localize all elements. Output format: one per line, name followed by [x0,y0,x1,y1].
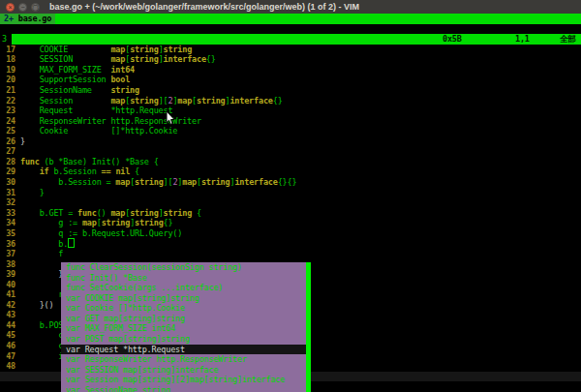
line-number: 45 [0,330,15,341]
code-token: g := [20,218,82,227]
line-number: 44 [0,320,15,331]
code-token: Request *http.Request [20,106,172,115]
completion-item[interactable]: var MAX_FORM_SIZE int64 [61,323,306,334]
line-number: 46 [0,341,15,351]
completion-item[interactable]: var Session map[string][2]map[string]int… [61,375,306,385]
close-button[interactable]: × [6,3,15,12]
line-number: 33 [0,208,15,219]
code-token: Cookie []*http.Cookie [20,126,177,136]
code-line[interactable]: 24 ResponseWriter http.ResponseWriter [0,116,581,127]
minibufexplorer-list: [1:base.go]*[2:page.go] [0,24,581,35]
code-token: i [20,351,63,361]
code-line[interactable]: 36 b. [0,238,581,249]
line-number: 17 [0,45,15,55]
code-token: string [135,177,164,187]
code-line[interactable]: 33 b.GET = func() map[string]string { [0,208,581,219]
code-token [20,166,40,176]
code-token: func [20,157,40,166]
code-token: string [164,45,193,54]
completion-item[interactable]: func ClearSession(sessionSign string) [61,262,306,273]
code-token: SupportSession [20,75,110,84]
popup-scrollbar[interactable] [306,262,311,392]
line-number: 18 [0,54,15,65]
code-line[interactable]: 37 f [0,249,581,259]
code-line[interactable]: 34 g := map[string]string{} [0,218,581,228]
code-token: == [102,166,111,176]
code-token: MAX_FORM_SIZE [20,65,110,75]
tab-window-count: 2+ [4,14,14,23]
minibuf-hex-value: 0x5B [443,34,462,45]
completion-item[interactable]: func SetCookie(args ...interface) [61,283,306,293]
code-token: if [40,166,49,176]
code-line[interactable]: 23 Request *http.Request [0,106,581,116]
code-line[interactable]: 25 Cookie []*http.Cookie [0,126,581,136]
minibuf-statusline-bar: -MiniBufExplorer- [-][none,utf-8,unix] 0… [12,34,581,45]
code-token: map [110,208,125,218]
code-token: f [20,249,63,258]
line-number: 36 [0,239,15,249]
completion-item[interactable]: func Init() *Base [61,273,306,284]
line-number: 38 [0,259,15,270]
code-token: map [110,45,125,54]
code-line[interactable]: 20 SupportSession bool [0,75,581,85]
tab-label[interactable]: 2+ base.go [0,14,55,24]
code-token: interface [234,177,277,187]
completion-item[interactable]: var ResponseWriter http.ResponseWriter [61,354,306,365]
code-line[interactable]: 29 if b.Session == nil { [0,166,581,177]
code-token: string [135,218,164,227]
code-line[interactable]: 27 [0,146,581,157]
completion-item[interactable]: var SessionName string [61,385,306,392]
code-token: string [130,45,159,54]
code-token: {}{} [278,177,297,187]
line-number: 30 [0,177,15,188]
code-token: string [201,177,230,187]
code-line[interactable]: 32 [0,197,581,208]
close-icon: × [8,4,12,11]
line-number: 19 [0,65,15,75]
code-token: func [77,208,97,218]
code-token: string [164,208,193,218]
code-line[interactable]: 22 Session map[string][2]map[string]inte… [0,96,581,106]
code-token: b.POS [20,320,63,330]
code-line[interactable]: 30 b.Session = map[string][2]map[string]… [0,177,581,188]
code-token: b. [20,239,68,249]
vim-terminal: 2+ base.go [1:base.go]*[2:page.go] 3 -Mi… [0,14,581,392]
minibuf-scroll-position: 全部 [560,34,576,45]
completion-item[interactable]: var POST map[string]string [61,334,306,345]
code-line[interactable]: 28func (b *Base) Init() *Base { [0,157,581,167]
code-token: string [110,85,139,95]
code-line[interactable]: 18 SESSION map[string]interface{} [0,54,581,65]
line-number: 34 [0,218,15,228]
code-line[interactable]: 31 } [0,188,581,198]
code-token: SESSION [20,54,110,64]
line-number: 32 [0,197,15,208]
line-number: 27 [0,146,15,157]
code-line[interactable]: 19 MAX_FORM_SIZE int64 [0,65,581,75]
code-line[interactable]: 17 COOKIE map[string]string [0,45,581,55]
code-line[interactable]: 26} [0,136,581,147]
line-number: 40 [0,280,15,290]
completion-popup: func ClearSession(sessionSign string)fun… [61,262,311,392]
completion-item[interactable]: var Cookie []*http.Cookie [61,303,306,314]
maximize-button[interactable]: ▢ [31,3,40,12]
line-number: 20 [0,75,15,85]
minimize-button[interactable]: − [18,3,27,12]
code-token: c [20,330,63,340]
completion-item[interactable]: var COOKIE map[string]string [61,293,306,304]
window-titlebar[interactable]: × − ▢ base.go + (~/work/web/golanger/fra… [0,0,581,15]
line-number: 39 [0,269,15,280]
code-line[interactable]: 35 q := b.Request.URL.Query() [0,228,581,239]
tabline-fill [55,14,581,24]
code-token: nil [115,166,130,176]
completion-item[interactable]: var SESSION map[string]interface [61,365,306,376]
code-token: interface [229,96,272,106]
code-line[interactable]: 21 SessionName string [0,85,581,96]
completion-item-selected[interactable]: var Request *http.Request [61,345,306,355]
line-number: 28 [0,157,15,167]
line-number: 21 [0,85,15,96]
completion-item[interactable]: var GET map[string]string [61,314,306,324]
maximize-icon: ▢ [32,4,39,11]
vim-tabline: 2+ base.go [0,14,581,24]
line-number: 41 [0,289,15,300]
minimize-icon: − [20,4,24,11]
